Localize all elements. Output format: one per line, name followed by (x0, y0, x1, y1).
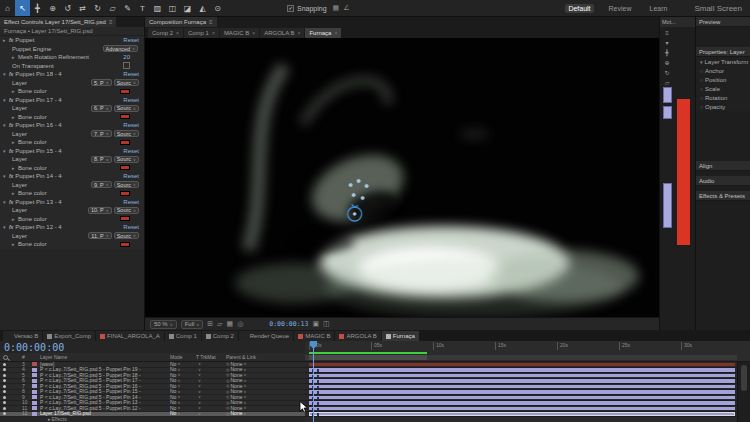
puppet-pin-header[interactable]: ▾ fx Puppet Pin 16 - 4 Reset (0, 121, 144, 130)
pickwhip-icon[interactable]: ◎ (226, 368, 230, 372)
layer-duration-bar[interactable] (309, 396, 735, 400)
stopwatch-icon[interactable]: ○ (700, 95, 703, 101)
viewer-option-icon[interactable]: ◎ (237, 320, 243, 328)
timeline-tab[interactable]: FINAL_ARGOLA_A (96, 331, 164, 341)
fx-icon[interactable]: fx (9, 97, 13, 103)
transform-property-row[interactable]: ○ Rotation (696, 93, 750, 102)
reset-link[interactable]: Reset (123, 224, 139, 230)
pickwhip-icon[interactable]: ◎ (226, 384, 230, 388)
strip-icon[interactable]: ↻ (664, 69, 669, 76)
reset-link[interactable]: Reset (123, 122, 139, 128)
layer-dropdown[interactable]: 6. P ∨ (91, 105, 112, 112)
visibility-toggle[interactable] (0, 379, 22, 382)
close-icon[interactable]: × (176, 30, 179, 36)
effect-controls-tab[interactable]: Effect Controls Layer 17/Sett_RIG.psd ≡ (0, 17, 116, 27)
tool-button[interactable]: ⌂ (0, 0, 15, 16)
timeline-scrollbar[interactable] (737, 362, 750, 422)
strip-icon[interactable]: ╋ (665, 49, 669, 56)
puppet-pin-header[interactable]: ▾ fx Puppet Pin 14 - 4 Reset (0, 172, 144, 181)
tool-button[interactable]: ◫ (165, 0, 180, 16)
visibility-toggle[interactable] (0, 385, 22, 388)
fx-icon[interactable]: fx (9, 37, 13, 43)
trkmat-select[interactable]: ∨ (196, 362, 226, 366)
twirl-icon[interactable]: ▾ (700, 59, 703, 65)
timeline-tab[interactable]: Comp 2 (202, 331, 238, 341)
puppet-pin-header[interactable]: ▾ fx Puppet Pin 17 - 4 Reset (0, 96, 144, 105)
snapping-checkbox[interactable]: ✓ (287, 5, 294, 12)
engine-dropdown[interactable]: Advanced ∨ (103, 45, 138, 52)
viewer-option-icon[interactable]: ⊞ (207, 320, 213, 328)
layer-name[interactable]: ▸[wave] (40, 362, 170, 367)
bone-color-swatch[interactable] (120, 89, 130, 94)
snapping-option-icon[interactable]: ∠ (343, 4, 349, 12)
tool-button[interactable]: ⇄ (75, 0, 90, 16)
layer-duration-bar[interactable] (309, 368, 735, 372)
pickwhip-icon[interactable]: ◎ (226, 362, 230, 366)
pickwhip-icon[interactable]: ◎ (226, 401, 230, 405)
mode-select[interactable]: No∨ (170, 411, 196, 416)
trkmat-select[interactable]: ∨ (196, 401, 226, 405)
pickwhip-icon[interactable]: ◎ (226, 406, 230, 410)
column-trkmat[interactable]: T TrkMat (196, 354, 226, 360)
timeline-tab[interactable]: Comp 1 (165, 331, 201, 341)
bone-color-swatch[interactable] (120, 140, 130, 145)
fx-icon[interactable]: fx (9, 224, 13, 230)
timeline-tab[interactable]: Render Queue (239, 331, 293, 341)
strip-icon[interactable]: ▾ (665, 39, 668, 46)
viewer-tab[interactable]: Furnaça × (305, 28, 341, 38)
trkmat-select[interactable]: ∨ (196, 406, 226, 410)
close-icon[interactable]: × (212, 30, 215, 36)
layer-duration-bar[interactable] (309, 374, 735, 378)
tool-button[interactable]: ◭ (195, 0, 210, 16)
label-color[interactable] (32, 379, 40, 383)
viewer-tab[interactable]: MAGIC B × (220, 28, 259, 38)
layer-duration-bar[interactable] (309, 379, 735, 383)
source-dropdown[interactable]: Sourc ∨ (114, 207, 139, 214)
transform-property-row[interactable]: ○ Position (696, 75, 750, 84)
tool-button[interactable]: ↖ (15, 0, 30, 16)
visibility-toggle[interactable] (0, 396, 22, 399)
layer-name[interactable]: ▸P < c.Lay..7/Sett_RIG.psd 5 - Puppet Pi… (40, 378, 170, 383)
layer-duration-bar[interactable] (309, 418, 735, 422)
bone-color-swatch[interactable] (120, 114, 130, 119)
tool-button[interactable]: ▨ (150, 0, 165, 16)
layer-dropdown[interactable]: 5. P ∨ (91, 79, 112, 86)
visibility-toggle[interactable] (0, 368, 22, 371)
zoom-dropdown[interactable]: 50 % ∨ (150, 320, 177, 329)
properties-panel-header[interactable]: Properties: Layer (696, 47, 750, 57)
transform-property-row[interactable]: ○ Opacity (696, 102, 750, 111)
visibility-toggle[interactable] (0, 407, 22, 410)
bone-color-swatch[interactable] (120, 216, 130, 221)
column-number[interactable]: # (22, 354, 32, 360)
snapping-toggle[interactable]: ✓ Snapping (287, 5, 327, 12)
pickwhip-icon[interactable]: ◎ (226, 379, 230, 383)
panel-menu-icon[interactable]: ≡ (109, 19, 113, 25)
timeline-tab[interactable]: Export_Comp (43, 331, 95, 341)
twirl-icon[interactable]: ▸ (48, 417, 51, 422)
pickwhip-icon[interactable]: ◎ (226, 395, 230, 399)
strip-icon[interactable]: ▱ (665, 79, 670, 86)
reset-link[interactable]: Reset (123, 37, 139, 43)
tool-button[interactable]: ╋ (30, 0, 45, 16)
source-dropdown[interactable]: Sourc ∨ (114, 156, 139, 163)
label-color[interactable] (32, 401, 40, 405)
layer-name[interactable]: ▸P < c.Lay..7/Sett_RIG.psd 5 - Puppet Pi… (40, 389, 170, 394)
workspace-tab[interactable]: Learn (647, 4, 671, 13)
puppet-pin-header[interactable]: ▾ fx Puppet Pin 15 - 4 Reset (0, 147, 144, 156)
workspace-tab[interactable]: Review (606, 4, 635, 13)
close-icon[interactable]: × (334, 30, 337, 36)
composition-panel-tab[interactable]: Composition Furnaça ≡ (145, 17, 217, 27)
trkmat-select[interactable]: ∨ (196, 373, 226, 377)
column-layer-name[interactable]: Layer Name (40, 354, 170, 360)
layer-name[interactable]: ▸P < c.Lay..7/Sett_RIG.psd 5 - Puppet Pi… (40, 400, 170, 405)
workspace-tab[interactable]: Default (565, 4, 593, 13)
tool-button[interactable]: ▱ (105, 0, 120, 16)
preview-panel-header[interactable]: Preview (696, 17, 750, 27)
puppet-pin-title[interactable]: Puppet Pin 18 - 4 (15, 71, 61, 77)
bone-color-swatch[interactable] (120, 191, 130, 196)
label-color[interactable] (32, 368, 40, 372)
close-icon[interactable]: × (298, 30, 301, 36)
stopwatch-icon[interactable]: ○ (700, 86, 703, 92)
layer-duration-bar[interactable] (309, 363, 735, 367)
label-color[interactable] (32, 373, 40, 377)
